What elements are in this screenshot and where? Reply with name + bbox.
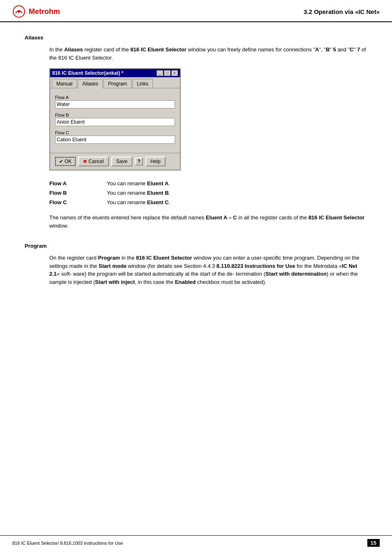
- close-button[interactable]: ×: [171, 70, 178, 76]
- flow-a-input[interactable]: [55, 100, 175, 108]
- logo-text: Metrohm: [29, 7, 60, 16]
- flow-b-label: Flow B: [55, 113, 175, 117]
- program-section: Program On the register card Program in …: [25, 243, 367, 286]
- svg-point-1: [18, 10, 20, 13]
- def-desc-flow-a: You can rename Eluent A.: [107, 180, 367, 187]
- metrohm-logo-icon: [12, 5, 25, 18]
- dialog-tabs: Manual Aliases Program Links: [50, 77, 180, 88]
- program-body: On the register card Program in the 816 …: [25, 254, 367, 286]
- page-footer: 816 IC Eluent Selector/ 8.816.1003 Instr…: [0, 535, 392, 547]
- def-term-flow-b: Flow B: [49, 190, 107, 196]
- tab-links[interactable]: Links: [132, 79, 153, 88]
- def-term-flow-c: Flow C: [49, 199, 107, 205]
- dialog-container: 816 IC Eluent Selector(ankat) * _ □ × Ma…: [25, 68, 367, 170]
- help-button[interactable]: Help: [145, 157, 166, 166]
- definition-table: Flow A You can rename Eluent A. Flow B Y…: [25, 180, 367, 205]
- def-term-flow-a: Flow A: [49, 180, 107, 187]
- restore-button[interactable]: □: [164, 70, 171, 76]
- def-row-flow-a: Flow A You can rename Eluent A.: [49, 180, 367, 187]
- page-content: Aliases In the Aliases register card of …: [0, 22, 392, 309]
- flow-c-input[interactable]: [55, 136, 175, 144]
- page-number: 15: [367, 539, 380, 547]
- aliases-intro: In the Aliases register card of the 816 …: [25, 46, 367, 62]
- dialog-title: 816 IC Eluent Selector(ankat) *: [52, 70, 123, 76]
- def-desc-flow-b: You can rename Eluent B.: [107, 190, 367, 196]
- dialog-window: 816 IC Eluent Selector(ankat) * _ □ × Ma…: [49, 68, 181, 170]
- aliases-bottom-note: The names of the eluents entered here re…: [25, 214, 367, 230]
- tab-program[interactable]: Program: [104, 79, 131, 88]
- question-button[interactable]: ?: [135, 157, 143, 166]
- tab-manual[interactable]: Manual: [52, 79, 77, 88]
- flow-c-label: Flow C: [55, 130, 175, 135]
- aliases-heading: Aliases: [25, 35, 367, 41]
- flow-b-input[interactable]: [55, 118, 175, 126]
- section-title: 3.2 Operation via «IC Net»: [304, 8, 380, 15]
- aliases-section: Aliases In the Aliases register card of …: [25, 35, 367, 230]
- def-row-flow-b: Flow B You can rename Eluent B.: [49, 190, 367, 196]
- page-header: Metrohm 3.2 Operation via «IC Net»: [0, 0, 392, 22]
- dialog-footer: ✔ OK ✖ Cancel Save ? Help: [50, 153, 180, 170]
- save-button[interactable]: Save: [111, 157, 132, 166]
- logo-area: Metrohm: [12, 5, 60, 18]
- minimize-button[interactable]: _: [157, 70, 163, 76]
- ok-button[interactable]: ✔ OK: [55, 157, 76, 166]
- dialog-body: Flow A Flow B Flow C: [50, 88, 180, 153]
- cancel-button[interactable]: ✖ Cancel: [78, 157, 108, 166]
- cancel-x-icon: ✖: [83, 159, 87, 164]
- def-row-flow-c: Flow C You can rename Eluent C.: [49, 199, 367, 205]
- ok-checkmark-icon: ✔: [59, 159, 63, 164]
- footer-text: 816 IC Eluent Selector/ 8.816.1003 Instr…: [12, 541, 123, 546]
- dialog-titlebar: 816 IC Eluent Selector(ankat) * _ □ ×: [50, 69, 180, 77]
- def-desc-flow-c: You can rename Eluent C.: [107, 199, 367, 205]
- tab-aliases[interactable]: Aliases: [78, 79, 103, 88]
- program-heading: Program: [25, 243, 367, 249]
- titlebar-buttons: _ □ ×: [157, 70, 178, 76]
- flow-a-label: Flow A: [55, 95, 175, 100]
